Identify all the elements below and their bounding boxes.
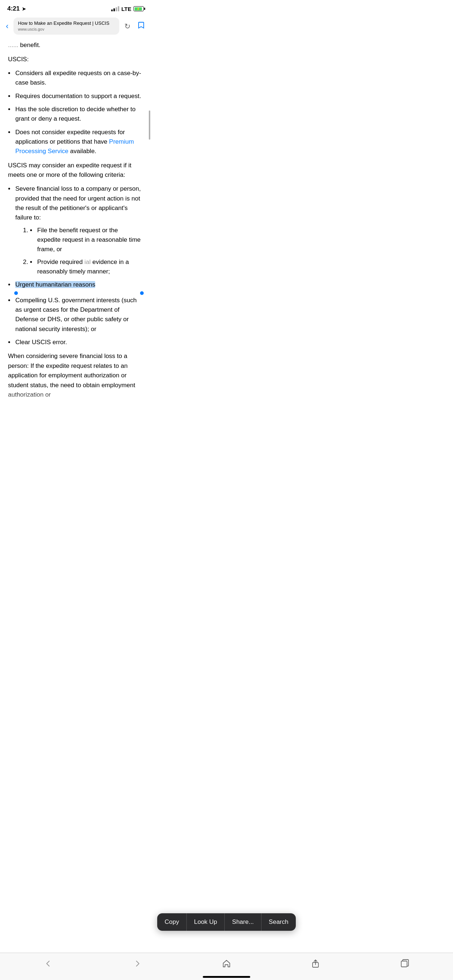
- sub-item-2: Provide required ial evidence in a reaso…: [30, 258, 143, 277]
- uscis-bullets: Considers all expedite requests on a cas…: [8, 68, 143, 156]
- bullet-item: Requires documentation to support a requ…: [8, 92, 143, 101]
- partial-ial: ial: [84, 258, 91, 266]
- uscis-label: USCIS:: [8, 55, 143, 64]
- selection-handle-left: [14, 291, 18, 295]
- criteria-list: Severe financial loss to a company or pe…: [8, 184, 143, 347]
- scroll-indicator: [149, 110, 150, 140]
- bullet-item: Has the sole discretion to decide whethe…: [8, 105, 143, 124]
- clipped-text: ......: [8, 41, 18, 48]
- selected-urgent-text: Urgent humanitarian reasons: [15, 281, 95, 288]
- criteria-item-urgent: Urgent humanitarian reasons: [8, 280, 143, 290]
- browser-back-button[interactable]: ‹: [4, 20, 10, 32]
- criteria-item-error: Clear USCIS error.: [8, 337, 143, 347]
- bullet-item: Considers all expedite requests on a cas…: [8, 68, 143, 88]
- benefit-text: benefit.: [20, 41, 40, 48]
- url-title: How to Make an Expedite Request | USCIS: [18, 21, 115, 27]
- bottom-paragraph: When considering severe financial loss t…: [8, 352, 143, 399]
- url-domain: www.uscis.gov: [18, 27, 115, 32]
- status-time: 4:21 ➤: [7, 5, 26, 13]
- reload-button[interactable]: ↻: [123, 21, 132, 32]
- lte-label: LTE: [121, 6, 131, 12]
- signal-icon: [111, 6, 119, 11]
- time-display: 4:21: [7, 5, 20, 13]
- criteria-item-govt: Compelling U.S. government interests (su…: [8, 296, 143, 334]
- location-arrow-icon: ➤: [22, 6, 26, 12]
- battery-icon: ⚡: [134, 6, 144, 11]
- browser-bar: ‹ How to Make an Expedite Request | USCI…: [0, 15, 151, 38]
- status-bar: 4:21 ➤ LTE ⚡: [0, 0, 151, 15]
- selection-handle-right: [140, 291, 144, 295]
- article-body: ...... benefit. USCIS: Considers all exp…: [8, 40, 143, 399]
- web-content: ...... benefit. USCIS: Considers all exp…: [0, 38, 151, 411]
- url-bar[interactable]: How to Make an Expedite Request | USCIS …: [13, 18, 119, 35]
- status-right: LTE ⚡: [111, 6, 144, 12]
- criteria-intro: USCIS may consider an expedite request i…: [8, 161, 143, 180]
- criteria-item-1: Severe financial loss to a company or pe…: [8, 184, 143, 276]
- bookmark-button[interactable]: [136, 20, 147, 32]
- sub-item-1: File the benefit request or the expedite…: [30, 226, 143, 255]
- bullet-item-premium: Does not consider expedite requests for …: [8, 127, 143, 156]
- partial-top-text: ...... benefit.: [8, 40, 143, 50]
- sub-list: File the benefit request or the expedite…: [22, 226, 143, 277]
